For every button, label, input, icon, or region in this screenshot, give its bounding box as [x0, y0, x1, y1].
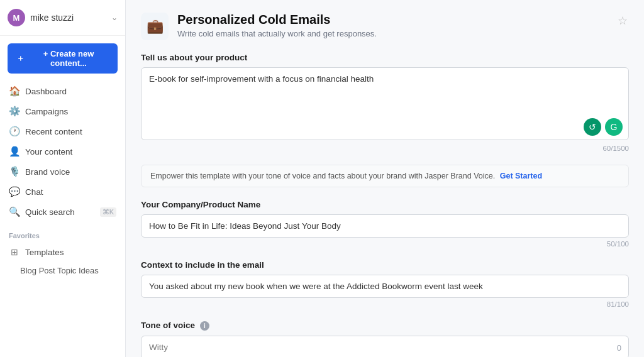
template-header: 💼 Personalized Cold Emails Write cold em…: [141, 13, 629, 40]
favorite-button[interactable]: ☆: [616, 13, 629, 29]
product-char-count: 60/1500: [141, 145, 629, 152]
tone-input-wrapper: 0: [141, 336, 629, 357]
sidebar-item-templates[interactable]: ⊞ Templates: [0, 242, 125, 262]
template-title-block: Personalized Cold Emails Write cold emai…: [177, 13, 608, 38]
generate-button[interactable]: G: [605, 118, 623, 136]
user-menu[interactable]: M mike stuzzi ⌄: [0, 0, 125, 36]
avatar: M: [8, 9, 25, 26]
brand-voice-icon: 🎙️: [9, 166, 20, 177]
tone-section: Tone of voice i 0 0/100: [141, 321, 629, 357]
refresh-button[interactable]: ↺: [584, 118, 601, 136]
your-content-icon: 👤: [9, 146, 20, 157]
textarea-controls: ↺ G: [584, 118, 623, 136]
tone-zero-badge: 0: [617, 343, 621, 352]
context-char-count: 81/100: [141, 300, 629, 308]
sidebar-item-label: Dashboard: [25, 87, 67, 96]
main-nav: 🏠 Dashboard ⚙️ Campaigns 🕐 Recent conten…: [0, 79, 125, 224]
context-label: Context to include in the email: [141, 260, 629, 270]
recent-content-icon: 🕐: [9, 126, 20, 137]
brand-voice-link[interactable]: Get Started: [500, 172, 542, 180]
product-label: Tell us about your product: [141, 53, 629, 62]
company-name-section: Your Company/Product Name 50/100: [141, 200, 629, 248]
sidebar-item-brand-voice[interactable]: 🎙️ Brand voice: [0, 162, 125, 182]
company-name-label: Your Company/Product Name: [141, 200, 629, 209]
dashboard-icon: 🏠: [9, 85, 20, 97]
brand-voice-banner: Empower this template with your tone of …: [141, 165, 629, 187]
chat-icon: 💬: [9, 186, 20, 197]
brand-voice-text: Empower this template with your tone of …: [150, 172, 495, 180]
search-icon: 🔍: [9, 206, 20, 217]
context-input[interactable]: [141, 275, 629, 298]
tone-label-text: Tone of voice: [141, 321, 195, 330]
sidebar-item-label: Campaigns: [25, 107, 68, 116]
company-name-input[interactable]: [141, 214, 629, 238]
sidebar-item-quick-search[interactable]: 🔍 Quick search ⌘K: [0, 202, 125, 222]
product-section: Tell us about your product E-book for se…: [141, 53, 629, 152]
campaigns-icon: ⚙️: [9, 106, 20, 117]
product-textarea[interactable]: E-book for self-improvement with a focus…: [141, 67, 629, 140]
user-name: mike stuzzi: [30, 13, 106, 23]
sidebar-item-label: Templates: [25, 248, 64, 257]
sidebar-item-label: Recent content: [25, 127, 82, 136]
plus-icon: ＋: [16, 53, 25, 64]
sidebar-item-label: Chat: [25, 187, 43, 197]
sidebar-item-chat[interactable]: 💬 Chat: [0, 182, 125, 202]
tone-input[interactable]: [141, 336, 629, 357]
sidebar-item-blog-post-topic-ideas[interactable]: Blog Post Topic Ideas: [0, 262, 125, 279]
template-icon: 💼: [141, 13, 169, 40]
sidebar-item-label: Brand voice: [25, 167, 70, 177]
chevron-down-icon: ⌄: [111, 13, 118, 22]
tone-label: Tone of voice i: [141, 321, 629, 331]
template-title: Personalized Cold Emails: [177, 13, 608, 27]
company-name-char-count: 50/100: [141, 240, 629, 248]
main-content: 💼 Personalized Cold Emails Write cold em…: [126, 0, 644, 357]
favorites-section-label: Favorites: [0, 224, 125, 242]
sidebar-item-recent-content[interactable]: 🕐 Recent content: [0, 121, 125, 141]
sidebar-item-dashboard[interactable]: 🏠 Dashboard: [0, 81, 125, 101]
templates-icon: ⊞: [9, 246, 20, 258]
info-icon[interactable]: i: [200, 321, 209, 331]
context-section: Context to include in the email 81/100: [141, 260, 629, 308]
sidebar-item-your-content[interactable]: 👤 Your content: [0, 141, 125, 162]
product-textarea-wrapper: E-book for self-improvement with a focus…: [141, 67, 629, 142]
sidebar-item-campaigns[interactable]: ⚙️ Campaigns: [0, 101, 125, 121]
template-subtitle: Write cold emails that actually work and…: [177, 29, 608, 38]
sidebar: M mike stuzzi ⌄ ＋ + Create new content..…: [0, 0, 126, 357]
create-button-label: + Create new content...: [28, 49, 109, 68]
sidebar-item-label: Quick search: [25, 207, 75, 217]
sidebar-item-label: Blog Post Topic Ideas: [20, 266, 99, 275]
sidebar-item-label: Your content: [25, 147, 72, 157]
keyboard-shortcut: ⌘K: [100, 207, 116, 217]
create-new-content-button[interactable]: ＋ + Create new content...: [8, 43, 118, 74]
